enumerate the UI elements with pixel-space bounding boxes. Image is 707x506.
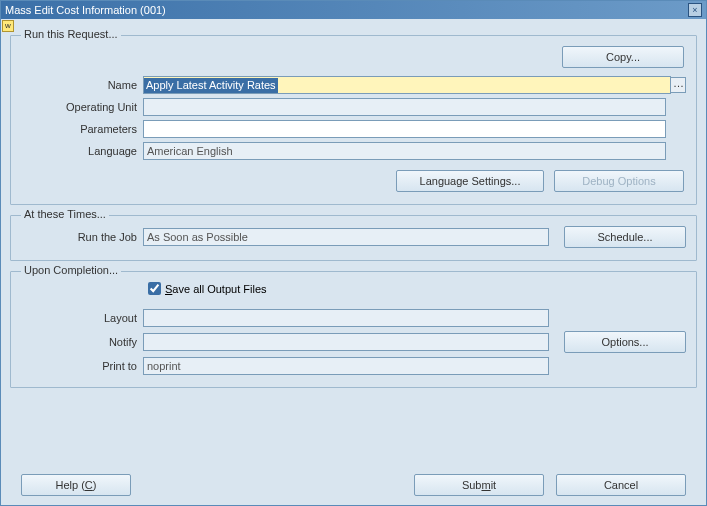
window-title: Mass Edit Cost Information (001) [5, 1, 166, 19]
operating-unit-label: Operating Unit [21, 101, 143, 113]
help-button[interactable]: Help (C) [21, 474, 131, 496]
group-run-legend: Run this Request... [21, 28, 121, 40]
window: Mass Edit Cost Information (001) × w Run… [0, 0, 707, 506]
save-output-label: Save all Output Files [165, 283, 267, 295]
save-output-checkbox[interactable] [148, 282, 161, 295]
close-icon[interactable]: × [688, 3, 702, 17]
parameters-label: Parameters [21, 123, 143, 135]
run-job-input[interactable] [143, 228, 549, 246]
group-times-legend: At these Times... [21, 208, 109, 220]
name-value-selected: Apply Latest Activity Rates [144, 78, 278, 93]
language-settings-button[interactable]: Language Settings... [396, 170, 544, 192]
name-input[interactable]: Apply Latest Activity Rates [143, 76, 671, 94]
layout-label: Layout [21, 312, 143, 324]
cancel-button[interactable]: Cancel [556, 474, 686, 496]
group-completion-legend: Upon Completion... [21, 264, 121, 276]
parameters-input[interactable] [143, 120, 666, 138]
group-times: At these Times... Run the Job Schedule..… [10, 215, 697, 261]
warning-icon: w [2, 20, 14, 32]
options-button[interactable]: Options... [564, 331, 686, 353]
name-lov-button[interactable]: … [671, 77, 686, 93]
schedule-button[interactable]: Schedule... [564, 226, 686, 248]
copy-button[interactable]: Copy... [562, 46, 684, 68]
group-completion: Upon Completion... Save all Output Files… [10, 271, 697, 388]
footer-bar: Help (C) Submit Cancel [1, 474, 706, 496]
printto-input[interactable] [143, 357, 549, 375]
group-run-request: Run this Request... Copy... Name Apply L… [10, 35, 697, 205]
language-input[interactable] [143, 142, 666, 160]
debug-options-button: Debug Options [554, 170, 684, 192]
submit-button[interactable]: Submit [414, 474, 544, 496]
titlebar: Mass Edit Cost Information (001) × [1, 1, 706, 19]
run-job-label: Run the Job [21, 231, 143, 243]
printto-label: Print to [21, 360, 143, 372]
language-label: Language [21, 145, 143, 157]
operating-unit-input[interactable] [143, 98, 666, 116]
notify-input[interactable] [143, 333, 549, 351]
name-label: Name [21, 79, 143, 91]
notify-label: Notify [21, 336, 143, 348]
layout-input[interactable] [143, 309, 549, 327]
